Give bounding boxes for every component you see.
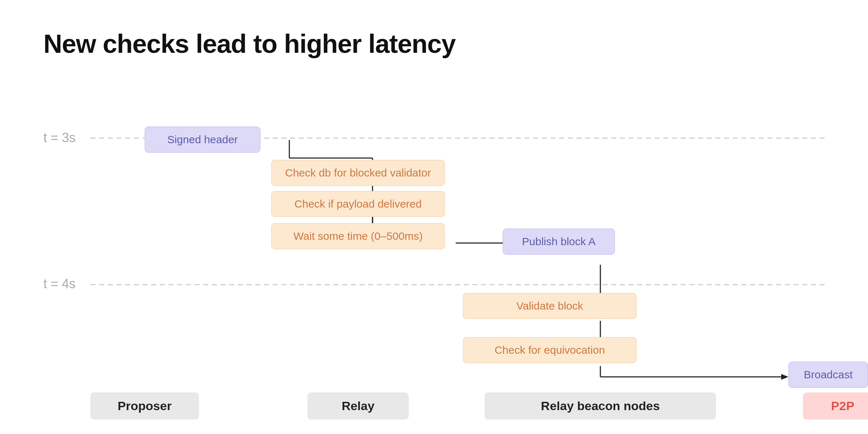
time-label-4s: t = 4s [43, 276, 76, 292]
check-payload-box: Check if payload delivered [271, 191, 445, 217]
actor-p2p: P2P [803, 392, 868, 420]
time-label-3s: t = 3s [43, 130, 76, 145]
publish-block-box: Publish block A [503, 229, 615, 255]
wait-time-box: Wait some time (0–500ms) [271, 223, 445, 249]
validate-block-box: Validate block [463, 293, 637, 319]
actor-proposer: Proposer [90, 392, 199, 420]
signed-header-box: Signed header [145, 127, 260, 153]
svg-marker-11 [781, 374, 788, 380]
page-title: New checks lead to higher latency [43, 29, 825, 59]
check-db-box: Check db for blocked validator [271, 160, 445, 186]
actor-relay-beacon: Relay beacon nodes [485, 392, 716, 420]
diagram: t = 3s t = 4s Signed header Check db for… [43, 88, 825, 406]
actor-relay: Relay [307, 392, 409, 420]
check-equivocation-box: Check for equivocation [463, 337, 637, 363]
broadcast-box: Broadcast [788, 362, 868, 388]
